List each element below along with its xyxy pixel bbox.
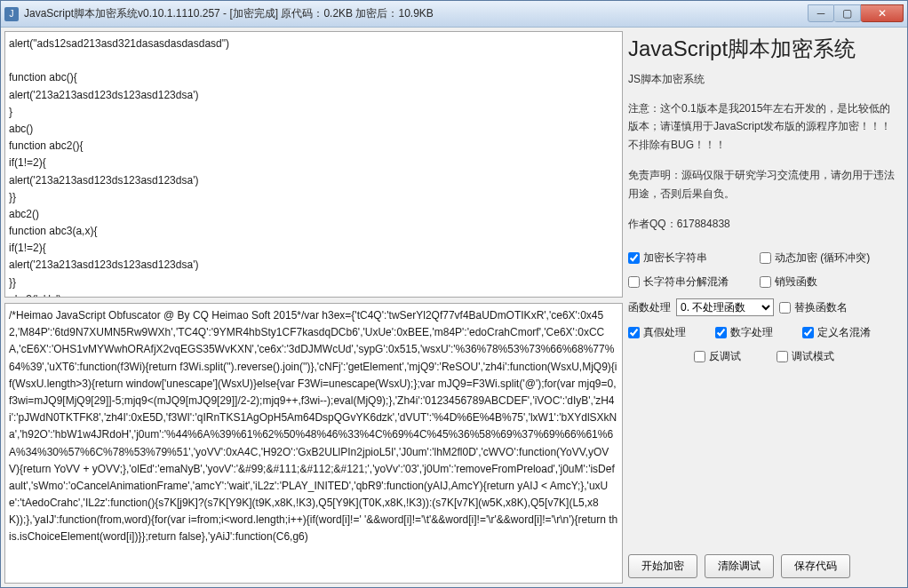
opt-number-process[interactable]: 数字处理 <box>715 325 795 340</box>
checkbox-anti-debug[interactable] <box>694 351 705 362</box>
titlebar[interactable]: J JavaScript脚本加密系统v0.10.1.1110.257 - [加密… <box>1 1 907 28</box>
checkbox-dynamic-encrypt[interactable] <box>760 252 771 264</box>
panel-author: 作者QQ：617884838 <box>628 215 900 233</box>
checkbox-number-process[interactable] <box>715 327 727 338</box>
output-code-textarea[interactable] <box>4 303 623 584</box>
clear-debug-button[interactable]: 清除调试 <box>705 554 774 578</box>
button-row: 开始加密 清除调试 保存代码 <box>628 554 900 580</box>
panel-disclaimer: 免责声明：源码仅限于研究学习交流使用，请勿用于违法用途，否则后果自负。 <box>628 166 900 203</box>
checkbox-long-string-split[interactable] <box>628 276 640 288</box>
opt-bool-process[interactable]: 真假处理 <box>628 325 708 340</box>
left-panel <box>4 31 623 584</box>
input-code-textarea[interactable] <box>4 31 623 298</box>
label-dynamic-encrypt: 动态加密 (循环冲突) <box>775 250 870 266</box>
opt-anti-debug[interactable]: 反调试 <box>694 349 741 364</box>
opt-replace-func-name[interactable]: 替换函数名 <box>779 300 848 315</box>
close-button[interactable]: ✕ <box>861 4 904 22</box>
label-encrypt-long-string: 加密长字符串 <box>643 250 707 266</box>
label-destroy-func: 销毁函数 <box>775 274 817 290</box>
app-icon: J <box>4 7 19 21</box>
app-window: J JavaScript脚本加密系统v0.10.1.1110.257 - [加密… <box>0 0 908 588</box>
panel-subtitle: JS脚本加密系统 <box>628 72 900 87</box>
panel-note: 注意：这个0.1版本是我2015年左右开发的，是比较低的版本；请谨慎用于Java… <box>628 99 900 154</box>
opt-destroy-func[interactable]: 销毁函数 <box>760 274 884 290</box>
label-long-string-split: 长字符串分解混淆 <box>643 274 729 290</box>
opt-debug-mode[interactable]: 调试模式 <box>777 349 834 364</box>
maximize-button[interactable]: ▢ <box>834 4 861 22</box>
checkbox-encrypt-long-string[interactable] <box>628 252 640 264</box>
right-panel: JavaScript脚本加密系统 JS脚本加密系统 注意：这个0.1版本是我20… <box>628 31 904 584</box>
checkbox-defname-obfuscate[interactable] <box>802 327 814 338</box>
minimize-button[interactable]: ─ <box>808 4 834 22</box>
label-debug-mode: 调试模式 <box>792 349 834 364</box>
select-func-process[interactable]: 0. 不处理函数 <box>676 298 774 316</box>
options-area: 加密长字符串 动态加密 (循环冲突) 长字符串分解混淆 销毁函数 <box>628 250 900 364</box>
opt-encrypt-long-string[interactable]: 加密长字符串 <box>628 250 753 266</box>
checkbox-replace-func-name[interactable] <box>779 302 791 314</box>
label-bool-process: 真假处理 <box>643 325 686 340</box>
checkbox-bool-process[interactable] <box>628 327 640 338</box>
save-code-button[interactable]: 保存代码 <box>781 554 850 578</box>
checkbox-destroy-func[interactable] <box>760 276 771 288</box>
label-number-process: 数字处理 <box>730 325 773 340</box>
checkbox-debug-mode[interactable] <box>777 351 788 362</box>
window-title: JavaScript脚本加密系统v0.10.1.1110.257 - [加密完成… <box>24 6 808 21</box>
label-defname-obfuscate: 定义名混淆 <box>817 325 871 340</box>
start-encrypt-button[interactable]: 开始加密 <box>628 554 697 578</box>
label-anti-debug: 反调试 <box>709 349 741 364</box>
label-replace-func-name: 替换函数名 <box>794 300 848 315</box>
content-area: JavaScript脚本加密系统 JS脚本加密系统 注意：这个0.1版本是我20… <box>1 28 907 587</box>
label-func-process: 函数处理 <box>628 300 671 315</box>
opt-dynamic-encrypt[interactable]: 动态加密 (循环冲突) <box>760 250 884 266</box>
opt-long-string-split[interactable]: 长字符串分解混淆 <box>628 274 753 290</box>
panel-title: JavaScript脚本加密系统 <box>628 35 900 63</box>
window-controls: ─ ▢ ✕ <box>808 6 904 22</box>
opt-defname-obfuscate[interactable]: 定义名混淆 <box>802 325 871 340</box>
